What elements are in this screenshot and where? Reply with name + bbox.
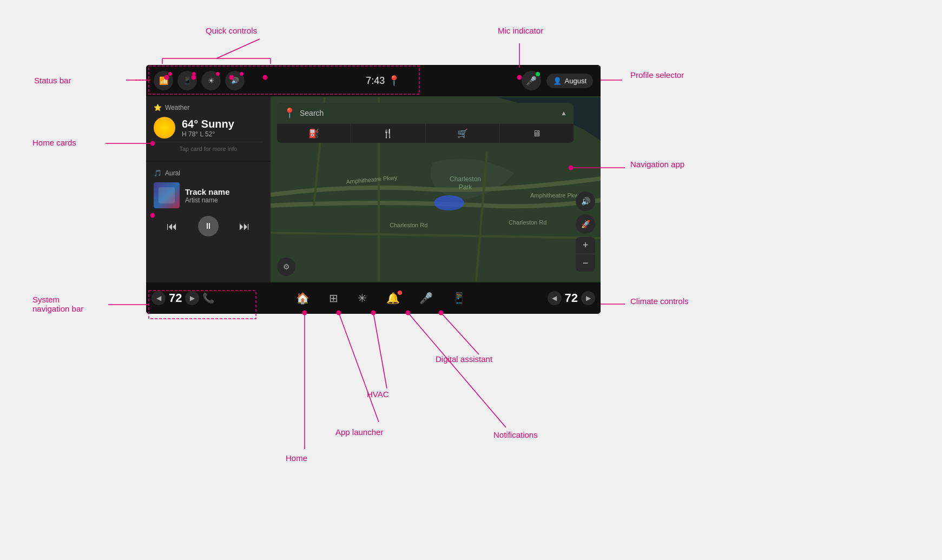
climate-temp-left: 72 [169,291,182,305]
search-filters: ⛽ 🍴 🛒 🖥 [277,124,574,143]
status-bar-label: Status bar [34,76,71,85]
climate-temp-down-right[interactable]: ◀ [548,291,562,305]
mic-indicator-button[interactable]: 🎤 [522,71,541,90]
hvac-label: HVAC [367,390,389,399]
app-launcher-label: App launcher [335,427,383,437]
track-details: Track name Artist name [185,187,230,204]
pause-button[interactable]: ⏸ [198,216,219,236]
climate-temp-up-right[interactable]: ▶ [581,291,595,305]
road-label-3: Charleston Rd [509,219,546,226]
mic-icon: 🎤 [526,76,537,86]
svg-line-32 [408,313,506,427]
map-right-controls: 🔊 🚀 + − [576,192,595,272]
svg-line-4 [216,39,260,58]
zoom-in-button[interactable]: + [576,237,595,254]
hvac-button[interactable]: ✳ [353,292,371,305]
music-app-name: Aural [165,169,180,177]
main-content: ⭐ Weather 64° Sunny H 78° L 52° Tap card… [146,96,601,282]
climate-controls-left: ◀ 72 ▶ 📞 [151,291,214,305]
road-label-4: Charleston Rd [390,222,427,228]
navigation-app[interactable]: Amphitheatre Pkwy Amphitheatre Pkwy Char… [271,96,601,282]
climate-temp-right: 72 [565,291,578,305]
maps-logo-icon: 📍 [284,107,295,119]
profile-selector-button[interactable]: 👤 August [546,74,593,88]
weather-main: 64° Sunny H 78° L 52° [154,117,263,139]
fan-icon: ✳ [358,292,367,305]
music-controls: ⏮ ⏸ ⏭ [154,216,263,236]
home-cards-label: Home cards [32,138,76,147]
status-bar-right: 🎤 👤 August [522,71,593,90]
mic-active-dot [536,72,540,76]
prev-track-button[interactable]: ⏮ [161,218,183,235]
filter-fuel-button[interactable]: ⛽ [277,124,351,143]
digital-assistant-label: Digital assistant [436,354,492,364]
search-input[interactable]: Search [300,109,556,117]
weather-info: 64° Sunny H 78° L 52° [182,118,234,138]
signal-button[interactable]: 📱 [177,71,197,90]
car-ui: 📶 📱 ☀ 🔊 7:43 📍 🎤 [146,65,601,314]
call-icon: 📱 [452,292,466,305]
volume-button[interactable]: 🔊 [225,71,245,90]
weather-card[interactable]: ⭐ Weather 64° Sunny H 78° L 52° Tap card… [146,96,271,161]
location-oval [434,195,464,210]
brightness-button[interactable]: ☀ [201,71,221,90]
home-nav-button[interactable]: 🏠 [292,292,314,305]
weather-tap-hint: Tap card for more info [154,142,263,153]
weather-icon: ⭐ [154,104,162,111]
home-label: Home [286,453,307,463]
status-bar: 📶 📱 ☀ 🔊 7:43 📍 🎤 [146,65,601,96]
artist-name: Artist name [185,196,230,204]
music-card-header: 🎵 Aural [154,169,263,177]
bluetooth-button[interactable]: 📶 [154,71,173,90]
profile-name: August [565,77,587,85]
climate-temp-up-left[interactable]: ▶ [185,291,199,305]
nav-center: 🏠 ⊞ ✳ 🔔 🎤 📱 [292,292,470,305]
system-navigation-bar-label: Systemnavigation bar [32,295,83,313]
music-card[interactable]: 🎵 Aural Track name Artist name ⏮ ⏸ ⏭ [146,162,271,282]
grid-icon: ⊞ [329,292,338,305]
park-label-2: Park [459,183,473,191]
next-track-button[interactable]: ⏭ [234,218,255,235]
filter-food-button[interactable]: 🍴 [351,124,425,143]
map-settings-button[interactable]: ⚙ [277,258,295,276]
album-art [154,182,180,208]
climate-temp-down-left[interactable]: ◀ [151,291,166,305]
notifications-button[interactable]: 🔔 [382,292,404,305]
quick-controls-label: Quick controls [206,26,257,35]
climate-controls-label: Climate controls [630,297,689,306]
zoom-out-button[interactable]: − [576,254,595,272]
filter-parking-button[interactable]: 🖥 [500,124,574,143]
notification-badge [398,291,402,295]
notifications-label: Notifications [493,430,538,439]
navigation-app-label: Navigation app [630,160,684,169]
sun-icon [154,117,175,139]
track-name: Track name [185,187,230,196]
profile-icon: 👤 [553,77,562,85]
svg-line-30 [339,313,379,422]
climate-controls-right: ◀ 72 ▶ [548,291,595,305]
profile-selector-label: Profile selector [630,70,684,80]
zoom-controls: + − [576,237,595,272]
map-volume-button[interactable]: 🔊 [576,192,595,211]
system-navigation-bar: ◀ 72 ▶ 📞 🏠 ⊞ ✳ 🔔 🎤 📱 [146,282,601,314]
weather-card-header: ⭐ Weather [154,104,263,111]
music-track-info: Track name Artist name [154,182,263,208]
filter-shopping-button[interactable]: 🛒 [426,124,500,143]
digital-assistant-button[interactable]: 🎤 [415,292,437,305]
search-bar[interactable]: 📍 Search ▲ [277,103,574,124]
time-text: 7:43 [366,75,385,87]
music-app-icon: 🎵 [154,169,162,177]
svg-line-31 [373,313,387,388]
weather-high-low: H 78° L 52° [182,130,234,138]
app-launcher-button[interactable]: ⊞ [325,292,342,305]
album-art-inner [159,187,175,203]
mic-nav-icon: 🎤 [419,292,433,305]
mic-indicator-label: Mic indicator [498,26,543,35]
map-search-overlay: 📍 Search ▲ ⛽ 🍴 🛒 🖥 [277,103,574,143]
phone-nav-button[interactable]: 📱 [448,292,470,305]
home-icon: 🏠 [296,292,309,305]
phone-icon[interactable]: 📞 [202,292,214,304]
map-navigation-button[interactable]: 🚀 [576,214,595,234]
weather-temperature: 64° Sunny [182,118,234,130]
chevron-up-icon: ▲ [561,109,567,117]
